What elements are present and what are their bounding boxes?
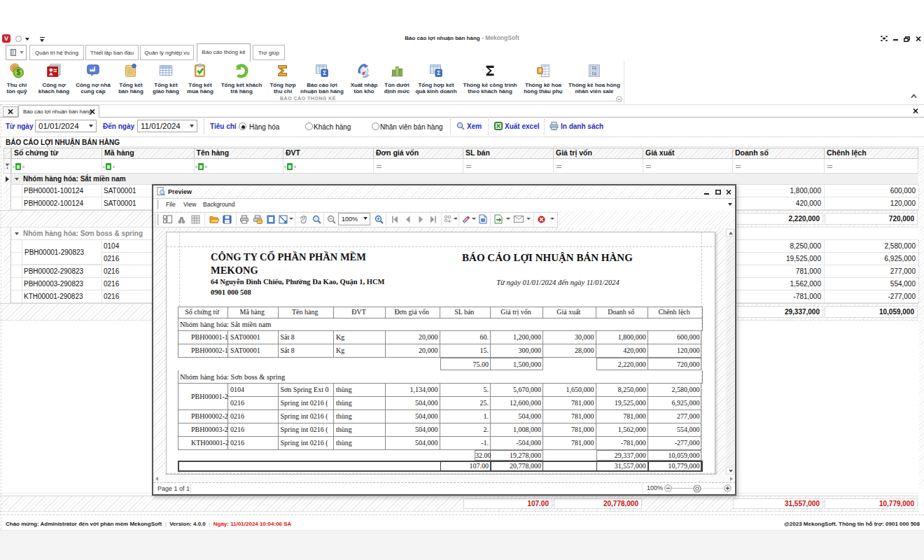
svg-text:311: 311 [592,66,597,70]
svg-text:311: 311 [592,72,597,76]
svg-text:Σ: Σ [437,70,440,76]
svg-text:₫: ₫ [539,68,542,73]
